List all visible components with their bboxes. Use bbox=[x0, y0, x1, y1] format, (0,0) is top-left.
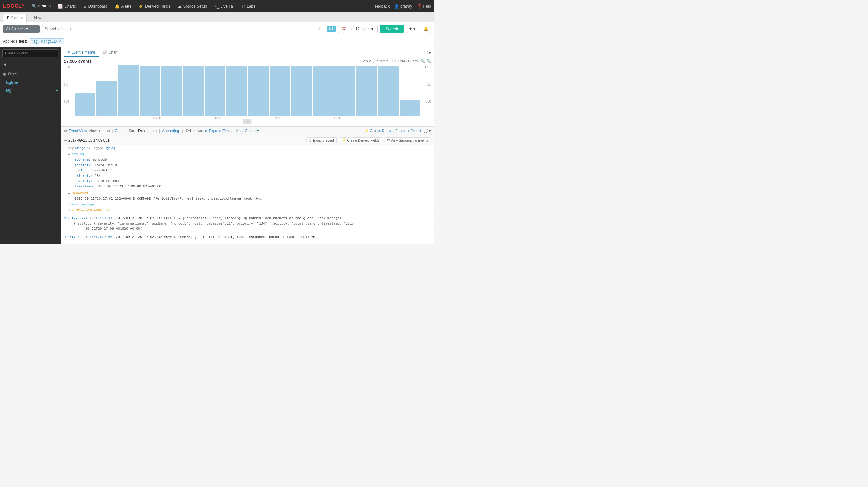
tab-chart[interactable]: 📈 Chart bbox=[99, 49, 121, 57]
chart-bar-12[interactable] bbox=[335, 66, 355, 116]
view-grid-option[interactable]: Grid bbox=[115, 129, 122, 133]
event-actions: ⬡ Expand Event ⚡ Create Derived Fields ⧉… bbox=[307, 137, 431, 143]
sidebar-item-tag[interactable]: tag ● bbox=[0, 86, 61, 94]
nav-charts[interactable]: 📈 Charts bbox=[54, 0, 80, 12]
sidebar-back-button[interactable]: ◀ bbox=[0, 60, 61, 69]
field-priority: priority: 134 bbox=[68, 173, 431, 179]
chart-more-icon[interactable]: ▾ bbox=[429, 50, 431, 55]
syslog-section: ▬ syslog: bbox=[68, 152, 431, 156]
event-view-tab[interactable]: Event View bbox=[69, 129, 87, 133]
collapse-icon[interactable]: ▬ bbox=[64, 139, 67, 142]
alert-button[interactable]: 🔔 bbox=[421, 25, 431, 33]
new-tab-button[interactable]: + New bbox=[27, 14, 45, 22]
sidebar: ◀ ▣ Other logtype tag ● bbox=[0, 47, 61, 243]
chart-y-labels-right: 1.5K 1K 500 bbox=[422, 65, 431, 117]
close-tab-default[interactable]: ✕ bbox=[21, 17, 23, 20]
chart-bar-15[interactable] bbox=[400, 99, 420, 116]
chart-bar-0[interactable] bbox=[74, 93, 95, 116]
other-section-icon: ▣ bbox=[3, 72, 6, 76]
event-body: ▬ syslog: appName: mongodb facility: loc… bbox=[61, 151, 434, 214]
tab-default[interactable]: Default ✕ bbox=[3, 14, 27, 22]
nav-search[interactable]: 🔍 Search bbox=[28, 0, 54, 12]
sidebar-section-other[interactable]: ▣ Other bbox=[0, 69, 61, 79]
unparsed-collapse-icon[interactable]: ▬ bbox=[68, 192, 70, 195]
field-facility: facility: local use 0 bbox=[68, 162, 431, 168]
logtype-value[interactable]: syslog bbox=[105, 146, 115, 150]
nav-dashboard[interactable]: ⊞ Dashboard bbox=[80, 0, 112, 12]
source-select[interactable]: All Sources ▾ bbox=[3, 25, 39, 33]
tab-event-timeline[interactable]: ≡ Event Timeline bbox=[64, 49, 99, 57]
chart-bar-9[interactable] bbox=[270, 66, 290, 116]
chart-bar-7[interactable] bbox=[226, 66, 247, 116]
dashboard-nav-icon: ⊞ bbox=[83, 4, 87, 8]
field-explorer-search[interactable] bbox=[2, 49, 58, 57]
main-layout: ◀ ▣ Other logtype tag ● ≡ Event Timeline… bbox=[0, 47, 434, 243]
more-options-button[interactable]: More Options▾ bbox=[235, 129, 259, 133]
remove-filter-mongodb[interactable]: ✕ bbox=[58, 39, 61, 43]
content-area: ≡ Event Timeline 📈 Chart ⛶ ▾ 17,985 even… bbox=[61, 47, 434, 243]
save-search-button[interactable]: ★ ▾ bbox=[406, 25, 418, 33]
search-input[interactable] bbox=[45, 27, 318, 31]
help-link[interactable]: ❓ Help bbox=[417, 4, 431, 8]
notifications-section: + ⚠ notifications (1) bbox=[68, 208, 431, 212]
time-range-select[interactable]: 📅 Last 12 hours ▾ bbox=[338, 25, 378, 33]
nav-derived-fields[interactable]: ⚡ Derived Fields bbox=[135, 0, 174, 12]
feedback-link[interactable]: Feedback bbox=[372, 4, 390, 8]
view-surrounding-events-button[interactable]: ⧉ View Surrounding Events bbox=[385, 137, 431, 143]
search-button[interactable]: Search bbox=[380, 25, 404, 33]
expand-event-button[interactable]: ⬡ Expand Event bbox=[307, 137, 337, 143]
chart-bar-6[interactable] bbox=[205, 66, 225, 116]
nav-live-tail[interactable]: >_ Live Tail bbox=[211, 0, 238, 12]
events-list: ▬ 2017-09-21 13:17:09.001 ⬡ Expand Event… bbox=[61, 135, 434, 243]
create-derived-fields-button[interactable]: ⚡ Create Derived Fields bbox=[364, 129, 405, 133]
expand-events-button[interactable]: ⊞ Expand Events bbox=[205, 129, 234, 133]
user-icon: 👤 bbox=[394, 4, 399, 8]
unparsed-section: ▬ unparsed bbox=[68, 191, 431, 195]
view-list-option[interactable]: List bbox=[104, 129, 110, 133]
filter-expand-toggle[interactable]: ⬇⬇ bbox=[327, 26, 336, 32]
log-expand-icon-1[interactable]: ⊞ bbox=[64, 215, 66, 221]
chart-bar-3[interactable] bbox=[140, 66, 160, 116]
sort-descending[interactable]: Descending bbox=[138, 129, 157, 133]
export-button[interactable]: ↑ Export bbox=[407, 129, 421, 133]
event-tags-row: tag: MongoDB logtype: syslog bbox=[61, 145, 434, 151]
calendar-icon: 📅 bbox=[341, 27, 346, 31]
log-expand-icon-2[interactable]: ⊞ bbox=[64, 234, 66, 240]
tabs-bar: Default ✕ + New bbox=[0, 12, 434, 22]
search-clear-icon[interactable]: ✕ bbox=[318, 27, 321, 31]
create-derived-fields-event-button[interactable]: ⚡ Create Derived Fields bbox=[339, 137, 382, 143]
chart-bar-4[interactable] bbox=[161, 66, 182, 116]
syslog-collapse-icon[interactable]: ▬ bbox=[68, 153, 70, 156]
chart-bar-10[interactable] bbox=[291, 66, 312, 116]
chart-bar-8[interactable] bbox=[248, 66, 269, 116]
raw-expand-icon[interactable]: + bbox=[68, 203, 70, 206]
chart-bar-2[interactable] bbox=[118, 65, 138, 116]
tag-mongodb-value[interactable]: MongoDB bbox=[75, 146, 90, 150]
user-menu[interactable]: 👤 pranay bbox=[394, 4, 412, 8]
sidebar-item-logtype[interactable]: logtype bbox=[0, 79, 61, 86]
chart-bar-14[interactable] bbox=[378, 66, 399, 116]
zoom-out-icon[interactable]: 🔍 bbox=[426, 59, 431, 63]
derived-fields-nav-icon: ⚡ bbox=[138, 4, 143, 8]
chart-expand-icon[interactable]: ⛶ bbox=[423, 50, 428, 55]
chart-drag-handle[interactable]: ═ bbox=[243, 119, 251, 124]
search-nav-icon: 🔍 bbox=[32, 4, 36, 8]
labs-nav-icon: ◎ bbox=[242, 4, 245, 8]
nav-alerts[interactable]: 🔔 Alerts bbox=[111, 0, 135, 12]
sort-ascending[interactable]: Ascending bbox=[162, 129, 179, 133]
chart-bar-11[interactable] bbox=[313, 66, 334, 116]
chart-bar-5[interactable] bbox=[183, 66, 204, 116]
search-input-wrap: ✕ bbox=[42, 25, 324, 33]
nav-labs[interactable]: ◎ Labs bbox=[238, 0, 259, 12]
logo[interactable]: LOGGLY bbox=[3, 3, 25, 9]
chart-bar-1[interactable] bbox=[96, 81, 117, 116]
more-icon[interactable]: ▾ bbox=[429, 128, 431, 133]
fullscreen-icon[interactable]: ⛶ bbox=[423, 128, 428, 133]
event-header[interactable]: ▬ 2017-09-21 13:17:09.001 ⬡ Expand Event… bbox=[61, 135, 434, 145]
events-count: 17,985 events bbox=[64, 59, 92, 64]
zoom-in-icon[interactable]: 🔍 bbox=[420, 59, 425, 63]
notifications-expand-icon[interactable]: + bbox=[68, 208, 70, 212]
toolbar-icons: ⛶ ▾ bbox=[423, 128, 431, 133]
chart-bar-13[interactable] bbox=[356, 66, 377, 116]
nav-source-setup[interactable]: ☁ Source Setup bbox=[174, 0, 211, 12]
